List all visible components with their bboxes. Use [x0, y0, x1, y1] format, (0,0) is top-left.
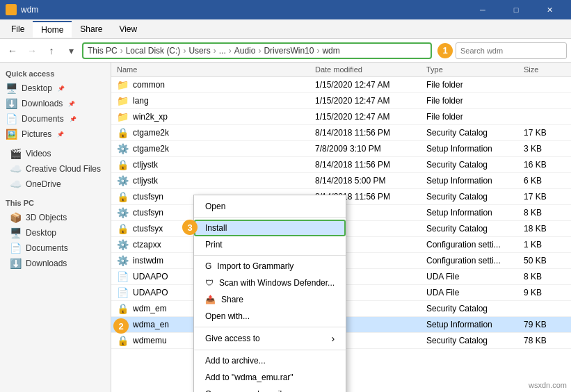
context-menu-item[interactable]: Compress and email... — [194, 386, 346, 392]
file-icon: ⚙️ — [117, 175, 129, 186]
close-button[interactable]: ✕ — [533, 0, 565, 19]
sidebar-item-documents2[interactable]: 📄 Documents — [0, 240, 111, 256]
file-icon: ⚙️ — [117, 255, 129, 266]
menu-item-label: Install — [205, 223, 227, 233]
context-menu-item[interactable]: 📤Share — [194, 291, 346, 308]
context-menu-item[interactable]: Add to "wdma_emu.rar" — [194, 369, 346, 386]
file-date: 1/15/2020 12:47 AM — [315, 80, 426, 90]
file-size: 17 KB — [524, 192, 565, 202]
sidebar-item-onedrive[interactable]: ☁️ OneDrive — [0, 177, 111, 192]
table-row[interactable]: 📁 lang 1/15/2020 12:47 AM File folder — [111, 93, 571, 109]
file-type: Configuration setti... — [426, 256, 524, 266]
file-size: 6 KB — [524, 176, 565, 186]
forward-button[interactable]: → — [24, 42, 40, 59]
file-size: 9 KB — [524, 288, 565, 297]
documents2-icon: 📄 — [10, 243, 22, 254]
tab-share[interactable]: Share — [72, 22, 111, 37]
table-row[interactable]: 📁 common 1/15/2020 12:47 AM File folder — [111, 77, 571, 93]
file-icon: 🔒 — [117, 303, 129, 314]
file-size: 1 KB — [524, 240, 565, 250]
sidebar-label-downloads: Downloads — [22, 99, 63, 108]
menu-item-label: Print — [205, 240, 223, 250]
onedrive-icon: ☁️ — [10, 179, 22, 190]
maximize-button[interactable]: □ — [500, 0, 532, 19]
this-pc-header: This PC — [0, 196, 111, 210]
file-type: Security Catalog — [426, 128, 524, 138]
title-bar: wdm ─ □ ✕ — [0, 0, 571, 19]
file-type: Setup Information — [426, 208, 524, 218]
sidebar-label-ccf: Creative Cloud Files — [26, 164, 101, 174]
desktop2-icon: 🖥️ — [10, 227, 22, 238]
col-size: Size — [524, 65, 565, 74]
breadcrumb: This PC › Local Disk (C:) › Users › ... … — [88, 46, 340, 56]
menu-item-label: Give access to — [205, 334, 260, 343]
file-icon: ⚙️ — [117, 143, 129, 154]
context-menu-item[interactable]: GImport to Grammarly — [194, 258, 346, 275]
sidebar-item-desktop[interactable]: 🖥️ Desktop 📌 — [0, 81, 111, 96]
menu-item-icon: G — [205, 261, 211, 271]
bubble-3: 3 — [182, 220, 198, 235]
up-button[interactable]: ↑ — [43, 42, 60, 59]
sidebar-item-videos[interactable]: 🎬 Videos — [0, 146, 111, 161]
table-row[interactable]: 📁 win2k_xp 1/15/2020 12:47 AM File folde… — [111, 109, 571, 125]
file-type: Configuration setti... — [426, 240, 524, 250]
back-button[interactable]: ← — [4, 42, 21, 59]
context-menu-item[interactable]: 🛡Scan with Windows Defender... — [194, 275, 346, 291]
window-title: wdm — [21, 5, 38, 15]
col-date: Date modified — [315, 65, 426, 74]
file-size: 50 KB — [524, 256, 565, 266]
tab-view[interactable]: View — [111, 22, 145, 37]
context-menu-item[interactable]: Add to archive... — [194, 352, 346, 369]
menu-item-label: Share — [221, 295, 243, 304]
file-type: Security Catalog — [426, 224, 524, 234]
table-row[interactable]: ⚙️ ctgame2k 7/8/2009 3:10 PM Setup Infor… — [111, 141, 571, 157]
file-type: Security Catalog — [426, 160, 524, 170]
context-menu-item[interactable]: Print — [194, 236, 346, 253]
menu-item-label: Import to Grammarly — [217, 261, 293, 271]
search-input[interactable] — [456, 42, 567, 59]
table-row[interactable]: ⚙️ ctljystk 8/14/2018 5:00 PM Setup Info… — [111, 173, 571, 189]
sidebar-label-onedrive: OneDrive — [26, 179, 61, 189]
recent-button[interactable]: ▾ — [63, 42, 79, 59]
sidebar-item-pictures[interactable]: 🖼️ Pictures 📌 — [0, 126, 111, 142]
file-name: 📁 win2k_xp — [117, 111, 315, 122]
address-bar[interactable]: This PC › Local Disk (C:) › Users › ... … — [82, 42, 432, 59]
ccf-icon: ☁️ — [10, 163, 22, 174]
file-size: 8 KB — [524, 272, 565, 281]
downloads2-icon: ⬇️ — [10, 258, 22, 269]
context-menu-item[interactable]: Open with... — [194, 308, 346, 325]
sidebar-item-ccf[interactable]: ☁️ Creative Cloud Files — [0, 161, 111, 177]
sidebar-item-desktop2[interactable]: 🖥️ Desktop — [0, 225, 111, 240]
sidebar-item-documents[interactable]: 📄 Documents 📌 — [0, 111, 111, 126]
file-name: ⚙️ ctgame2k — [117, 143, 315, 154]
table-row[interactable]: 🔒 ctgame2k 8/14/2018 11:56 PM Security C… — [111, 125, 571, 141]
app-icon — [6, 4, 17, 15]
context-menu-separator — [194, 350, 346, 350]
file-name: ⚙️ ctljystk — [117, 175, 315, 186]
menu-item-label: Open with... — [205, 311, 250, 321]
file-size: 3 KB — [524, 144, 565, 154]
sidebar-label-desktop2: Desktop — [26, 228, 56, 238]
bubble-2: 2 — [113, 318, 129, 334]
sidebar-label-3d: 3D Objects — [26, 213, 67, 222]
menu-item-label: Scan with Windows Defender... — [219, 278, 335, 288]
tab-home[interactable]: Home — [33, 21, 72, 38]
file-icon: 🔒 — [117, 335, 129, 346]
file-type: Security Catalog — [426, 192, 524, 202]
file-name: 🔒 ctgame2k — [117, 127, 315, 138]
table-row[interactable]: 🔒 ctljystk 8/14/2018 11:56 PM Security C… — [111, 157, 571, 173]
context-menu-item[interactable]: Give access to — [194, 329, 346, 348]
sidebar-item-3d[interactable]: 📦 3D Objects — [0, 210, 111, 225]
menu-item-icon: 🛡 — [205, 278, 214, 288]
context-menu-item[interactable]: Open — [194, 198, 346, 215]
quick-access-section: Quick access 🖥️ Desktop 📌 ⬇️ Downloads 📌… — [0, 67, 111, 142]
tab-file[interactable]: File — [3, 22, 33, 37]
sidebar-item-downloads[interactable]: ⬇️ Downloads 📌 — [0, 96, 111, 111]
file-type: File folder — [426, 112, 524, 122]
context-menu-item[interactable]: Install — [194, 220, 346, 236]
minimize-button[interactable]: ─ — [467, 0, 499, 19]
this-pc-section: This PC 📦 3D Objects 🖥️ Desktop 📄 Docume… — [0, 196, 111, 271]
pictures-icon: 🖼️ — [6, 129, 17, 140]
file-icon: 🔒 — [117, 191, 129, 202]
sidebar-item-downloads2[interactable]: ⬇️ Downloads — [0, 256, 111, 271]
